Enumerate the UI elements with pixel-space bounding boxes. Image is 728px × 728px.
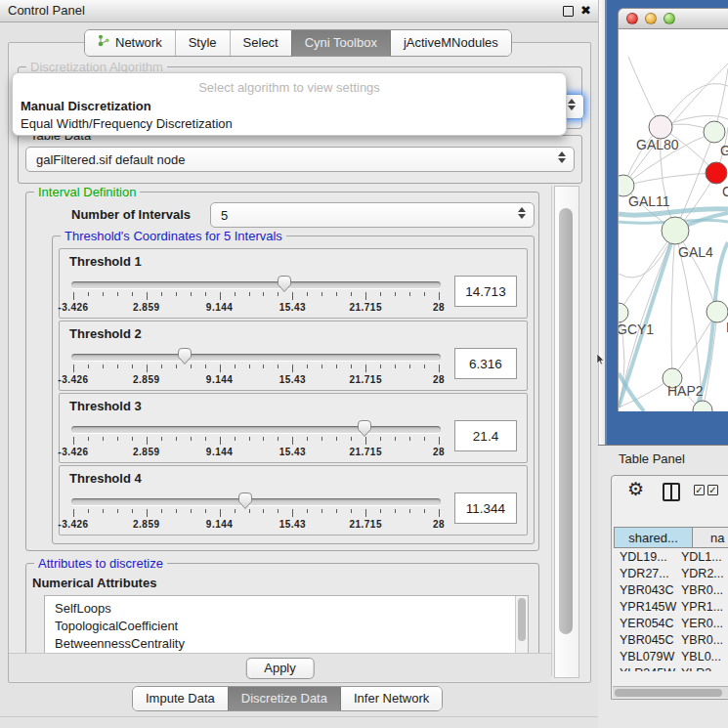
axis-tick-label: -3.426: [58, 302, 88, 313]
close-icon[interactable]: ✖: [580, 2, 591, 20]
attribute-list-item[interactable]: SelfLoops: [45, 600, 528, 618]
attribute-list-item[interactable]: TopologicalCoefficient: [45, 618, 528, 635]
slider-tick: [235, 437, 236, 441]
slider-tick: [380, 437, 381, 441]
column-header-name[interactable]: na: [693, 527, 728, 548]
slider-tick: [103, 364, 104, 368]
tab-discretize-data[interactable]: Discretize Data: [228, 687, 340, 710]
threshold-slider[interactable]: -3.4262.8599.14415.4321.71528: [69, 274, 443, 317]
table-row[interactable]: YBR043C YBR0...: [614, 582, 728, 599]
tab-impute-data[interactable]: Impute Data: [133, 687, 228, 710]
dropdown-option-equal-width[interactable]: Equal Width/Frequency Discretization: [18, 115, 561, 132]
table-row[interactable]: YPR145W YPR1...: [614, 599, 728, 616]
network-node[interactable]: [706, 162, 727, 184]
tab-jactivemnodules[interactable]: jActiveMNodules: [390, 30, 511, 56]
network-node[interactable]: [649, 115, 672, 139]
slider-tick: [147, 364, 148, 372]
table-row[interactable]: YLR345W YLR3...: [614, 665, 728, 671]
close-traffic-light[interactable]: [626, 13, 638, 24]
network-node[interactable]: [707, 301, 728, 322]
threshold-slider[interactable]: -3.4262.8599.14415.4321.71528: [69, 346, 443, 389]
attribute-list-item[interactable]: BetweennessCentrality: [45, 635, 528, 653]
axis-tick-label: 28: [433, 447, 445, 457]
tab-label: Cyni Toolbox: [305, 30, 377, 56]
slider-thumb[interactable]: [277, 275, 292, 293]
slider-track[interactable]: [71, 281, 441, 288]
cell-name: YBR0...: [681, 632, 728, 649]
num-intervals-label: Number of Intervals: [71, 207, 191, 222]
axis-tick-label: 21.715: [349, 302, 382, 313]
cell-shared-name: YDR27...: [614, 566, 681, 582]
column-header-shared-name[interactable]: shared...: [614, 527, 693, 548]
slider-tick: [263, 437, 264, 441]
apply-button[interactable]: Apply: [245, 658, 315, 679]
tab-style[interactable]: Style: [175, 30, 230, 56]
axis-tick-label: 15.43: [279, 447, 307, 457]
threshold-value-input[interactable]: 6.316: [454, 348, 517, 379]
slider-tick: [103, 292, 104, 296]
threshold-value-input[interactable]: 11.344: [454, 492, 517, 524]
axis-tick-label: 21.715: [349, 519, 382, 530]
slider-track[interactable]: [71, 498, 441, 505]
table-row[interactable]: YDR27... YDR2...: [614, 566, 728, 582]
network-node[interactable]: [704, 121, 725, 143]
zoom-traffic-light[interactable]: [664, 13, 675, 24]
dropdown-option-manual[interactable]: Manual Discretization: [18, 98, 561, 114]
scrollbar-thumb[interactable]: [518, 598, 526, 641]
slider-tick: [321, 437, 322, 441]
combo-arrows-icon: [568, 99, 576, 110]
columns-icon[interactable]: [663, 483, 680, 501]
axis-tick-label: 28: [433, 302, 445, 313]
slider-tick: [161, 364, 162, 368]
network-canvas[interactable]: GAL80GALCGAL11GAL4GCY1HHAP2: [618, 29, 728, 411]
checkbox-icon[interactable]: ✓: [694, 485, 705, 495]
table-row[interactable]: YBL079W YBL0...: [614, 649, 728, 665]
slider-tick: [321, 364, 322, 368]
table-row[interactable]: YBR045C YBR0...: [614, 632, 728, 649]
num-intervals-combo[interactable]: 5: [210, 202, 535, 228]
control-panel-titlebar: Control Panel ✖: [0, 0, 598, 22]
table-row[interactable]: YER054C YER0...: [614, 616, 728, 632]
float-window-icon[interactable]: [563, 6, 574, 17]
checkbox-icon[interactable]: ✓: [707, 485, 718, 495]
network-window-titlebar[interactable]: [618, 8, 728, 29]
gear-icon[interactable]: ⚙: [627, 478, 644, 500]
threshold-slider[interactable]: -3.4262.8599.14415.4321.71528: [69, 418, 443, 461]
cyni-mode-tabs: Impute Data Discretize Data Infer Networ…: [132, 686, 443, 711]
network-node[interactable]: [662, 217, 689, 244]
table-horizontal-scrollbar[interactable]: [613, 686, 728, 698]
tab-cyni-toolbox[interactable]: Cyni Toolbox: [291, 30, 390, 56]
threshold-value-input[interactable]: 14.713: [454, 276, 517, 307]
minimize-traffic-light[interactable]: [645, 13, 657, 24]
network-node[interactable]: [619, 303, 628, 322]
cell-shared-name: YLR345W: [614, 665, 681, 671]
tab-infer-network[interactable]: Infer Network: [340, 687, 442, 710]
slider-tick: [336, 509, 337, 513]
slider-tick: [176, 292, 177, 296]
slider-tick: [439, 509, 440, 517]
numerical-attributes-list[interactable]: SelfLoopsTopologicalCoefficientBetweenne…: [44, 595, 529, 658]
network-node[interactable]: [693, 401, 712, 411]
panel-vertical-scrollbar[interactable]: [554, 186, 579, 678]
axis-tick-label: 9.144: [206, 374, 234, 385]
slider-track[interactable]: [71, 354, 441, 361]
tab-label: Network: [115, 30, 162, 56]
threshold-value-input[interactable]: 21.4: [454, 420, 517, 451]
table-data-combo[interactable]: galFiltered.sif default node: [25, 147, 575, 172]
scrollbar-thumb[interactable]: [615, 689, 722, 697]
threshold-label: Threshold 4: [69, 471, 517, 487]
slider-thumb[interactable]: [357, 419, 372, 438]
slider-thumb[interactable]: [237, 492, 253, 510]
slider-tick: [424, 509, 425, 513]
threshold-slider[interactable]: -3.4262.8599.14415.4321.71528: [69, 491, 443, 534]
tab-select[interactable]: Select: [230, 30, 291, 56]
slider-track[interactable]: [71, 426, 441, 433]
slider-tick: [191, 509, 192, 513]
tab-network[interactable]: Network: [85, 30, 175, 56]
table-row[interactable]: YDL19... YDL1...: [614, 549, 728, 566]
tab-label: Infer Network: [354, 687, 429, 710]
slider-tick: [103, 509, 104, 513]
scrollbar-thumb[interactable]: [559, 208, 573, 634]
list-vertical-scrollbar[interactable]: [515, 596, 528, 657]
slider-thumb[interactable]: [177, 347, 193, 365]
